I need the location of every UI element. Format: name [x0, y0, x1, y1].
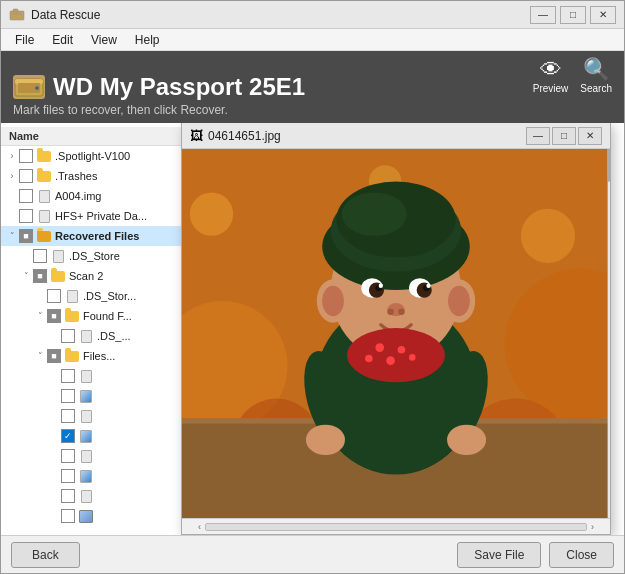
file-icon [36, 209, 52, 223]
file-icon [64, 289, 80, 303]
list-item[interactable]: › [1, 486, 185, 506]
preview-icon: 👁 [540, 59, 562, 81]
tree-checkbox[interactable] [47, 289, 61, 303]
bottom-bar: Back Save File Close [1, 535, 624, 573]
close-button[interactable]: Close [549, 542, 614, 568]
main-window: Data Rescue — □ ✕ File Edit View Help [0, 0, 625, 574]
list-item[interactable]: › [1, 446, 185, 466]
tree-checkbox-partial[interactable]: ■ [47, 349, 61, 363]
tree-item-label: .DS_Stor... [83, 290, 136, 302]
tree-checkbox-partial[interactable]: ■ [47, 309, 61, 323]
image-file-icon: 🖼 [190, 128, 203, 143]
list-item[interactable]: ˅ ■ Recovered Files [1, 226, 185, 246]
back-button[interactable]: Back [11, 542, 80, 568]
svg-point-24 [342, 192, 407, 235]
preview-close-button[interactable]: ✕ [578, 127, 602, 145]
tree-checkbox[interactable] [19, 169, 33, 183]
app-logo [9, 7, 25, 23]
tree-checkbox-partial[interactable]: ■ [19, 229, 33, 243]
tree-checkbox[interactable] [19, 209, 33, 223]
tree-item-label: .Spotlight-V100 [55, 150, 130, 162]
bottom-right-buttons: Save File Close [457, 542, 614, 568]
preview-button[interactable]: 👁 Preview [533, 59, 569, 94]
menu-file[interactable]: File [7, 31, 42, 49]
list-item[interactable]: ˅ ■ Scan 2 [1, 266, 185, 286]
list-item[interactable]: › A004.img [1, 186, 185, 206]
list-item[interactable]: › .DS_Store [1, 246, 185, 266]
preview-titlebar: 🖼 04614651.jpg — □ ✕ [182, 123, 610, 149]
file-icon [78, 449, 94, 463]
svg-point-44 [409, 354, 416, 361]
tree-checkbox-partial[interactable]: ■ [33, 269, 47, 283]
preview-image-area [182, 149, 610, 518]
tree-checkbox[interactable] [61, 449, 75, 463]
tree-checkbox-checked[interactable]: ✓ [61, 429, 75, 443]
list-item[interactable]: ˅ ■ Files... [1, 346, 185, 366]
tree-checkbox[interactable] [19, 189, 33, 203]
toolbar-actions: 👁 Preview 🔍 Search [533, 59, 612, 94]
tree-item-label: Scan 2 [69, 270, 103, 282]
minimize-button[interactable]: — [530, 6, 556, 24]
list-item[interactable]: › [1, 406, 185, 426]
tree-checkbox[interactable] [61, 469, 75, 483]
svg-point-41 [375, 343, 384, 352]
chevron-down-icon: ˅ [19, 271, 33, 281]
list-item[interactable]: › [1, 366, 185, 386]
tree-item-label: Recovered Files [55, 230, 139, 242]
search-button[interactable]: 🔍 Search [580, 59, 612, 94]
preview-maximize-button[interactable]: □ [552, 127, 576, 145]
tree-checkbox[interactable] [61, 369, 75, 383]
svg-point-48 [306, 425, 345, 455]
file-image-icon [78, 469, 94, 483]
tree-checkbox[interactable] [33, 249, 47, 263]
preview-scrollbar-x[interactable]: ‹ › [182, 518, 610, 534]
menu-edit[interactable]: Edit [44, 31, 81, 49]
tree-checkbox[interactable] [61, 329, 75, 343]
title-bar: Data Rescue — □ ✕ [1, 1, 624, 29]
list-item[interactable]: › .Spotlight-V100 [1, 146, 185, 166]
tree-item-label: Files... [83, 350, 115, 362]
svg-point-35 [379, 284, 383, 288]
close-button[interactable]: ✕ [590, 6, 616, 24]
svg-rect-51 [608, 149, 610, 182]
menu-view[interactable]: View [83, 31, 125, 49]
list-item[interactable]: › HFS+ Private Da... [1, 206, 185, 226]
tree-checkbox[interactable] [61, 409, 75, 423]
list-item[interactable]: › .DS_Stor... [1, 286, 185, 306]
list-item[interactable]: ˅ ■ Found F... [1, 306, 185, 326]
tree-item-label: A004.img [55, 190, 101, 202]
menu-help[interactable]: Help [127, 31, 168, 49]
preview-label: Preview [533, 83, 569, 94]
menu-bar: File Edit View Help [1, 29, 624, 51]
list-item[interactable]: › [1, 466, 185, 486]
list-item[interactable]: › [1, 506, 185, 526]
scroll-left-arrow[interactable]: ‹ [198, 522, 201, 532]
list-item[interactable]: › [1, 386, 185, 406]
content-area: Name › .Spotlight-V100 › .Trashes › [1, 123, 624, 535]
tree-item-label: .Trashes [55, 170, 97, 182]
list-item[interactable]: › .DS_... [1, 326, 185, 346]
preview-minimize-button[interactable]: — [526, 127, 550, 145]
list-item[interactable]: › .Trashes [1, 166, 185, 186]
title-bar-text: Data Rescue [31, 8, 530, 22]
tree-header: Name [1, 127, 185, 146]
save-file-button[interactable]: Save File [457, 542, 541, 568]
tree-checkbox[interactable] [61, 389, 75, 403]
file-icon [50, 249, 66, 263]
tree-checkbox[interactable] [61, 509, 75, 523]
maximize-button[interactable]: □ [560, 6, 586, 24]
scroll-right-arrow[interactable]: › [591, 522, 594, 532]
scrollbar-track [205, 523, 587, 531]
tree-checkbox[interactable] [61, 489, 75, 503]
svg-point-45 [365, 355, 373, 363]
chevron-down-icon: ˅ [33, 311, 47, 321]
list-item[interactable]: › ✓ [1, 426, 185, 446]
svg-point-49 [447, 425, 486, 455]
file-tree[interactable]: Name › .Spotlight-V100 › .Trashes › [1, 123, 186, 535]
drive-icon [13, 75, 45, 99]
chevron-right-icon: › [5, 151, 19, 161]
preview-title-text: 04614651.jpg [208, 129, 526, 143]
svg-point-36 [426, 284, 430, 288]
tree-checkbox[interactable] [19, 149, 33, 163]
svg-point-39 [398, 309, 405, 316]
